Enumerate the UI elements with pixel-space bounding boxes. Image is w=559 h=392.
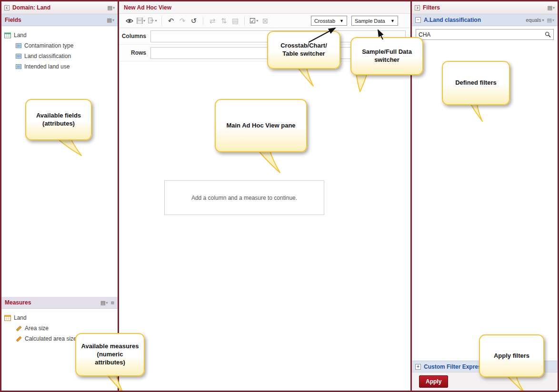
collapse-filter-icon[interactable]: − [415, 17, 421, 23]
domain-menu-icon[interactable]: ▤▾ [108, 5, 115, 11]
measures-menu-icon[interactable]: ▤▾ [100, 300, 108, 306]
fields-title: Fields [5, 17, 104, 23]
fields-header: Fields ▤▾ [1, 14, 118, 26]
redo-icon[interactable]: ↷ [177, 15, 188, 27]
fields-root-item[interactable]: Land [4, 30, 115, 40]
rows-label: Rows [119, 49, 150, 56]
domain-header: Domain: Land ▤▾ [1, 1, 118, 14]
field-label: Contamination type [24, 42, 73, 49]
sort-icon[interactable]: ⇅ [218, 15, 230, 27]
toolbar-separator [161, 17, 162, 25]
filter-section-header: − A.Land classification equals ▾ ▤▾ [412, 14, 558, 26]
adhoc-editor-window: Domain: Land ▤▾ Fields ▤▾ Land [0, 0, 559, 392]
toolbar-separator [244, 17, 245, 25]
filter-operator-select[interactable]: equals ▾ [526, 17, 544, 23]
callout-crosstab-switcher: Crosstab/Chart/ Table switcher [267, 31, 340, 69]
chevron-down-icon: ▼ [339, 19, 344, 23]
measures-header: Measures ▤▾ ≡ [1, 297, 118, 309]
field-item[interactable]: Intended land use [4, 61, 115, 72]
field-label: Land classification [24, 53, 71, 59]
undo-icon[interactable]: ↶ [165, 15, 177, 27]
undo-all-icon[interactable]: ↺ [188, 15, 200, 27]
filter-operator-value: equals [526, 17, 541, 23]
apply-button[interactable]: Apply [419, 375, 448, 388]
measure-label: Calculated area size [25, 335, 77, 342]
switch-group-icon[interactable]: ⇄ [207, 15, 218, 27]
expand-icon[interactable]: + [415, 364, 421, 370]
filters-title: Filters [423, 4, 545, 11]
filter-field-title: A.Land classification [424, 17, 523, 23]
filter-search-input[interactable] [419, 31, 545, 38]
data-mode-selector[interactable]: Sample Data ▼ [351, 16, 398, 26]
measure-label: Area size [25, 325, 49, 332]
callout-main-pane: Main Ad Hoc View pane [215, 99, 307, 152]
measures-table-icon [4, 315, 11, 321]
table-icon [4, 32, 11, 39]
data-mode-selector-value: Sample Data [355, 18, 385, 24]
callout-apply-filters: Apply filters [479, 334, 544, 377]
visibility-icon[interactable] [124, 15, 135, 27]
callout-available-measures: Available measures (numeric attributes) [75, 333, 145, 376]
column-icon [16, 64, 21, 69]
toolbar-separator [203, 17, 203, 25]
export-icon[interactable]: ▾ [147, 15, 158, 27]
measures-title: Measures [5, 299, 98, 306]
callout-available-fields: Available fields (attributes) [25, 99, 92, 140]
measures-list-icon[interactable]: ≡ [110, 299, 114, 306]
visualization-selector[interactable]: Crosstab ▼ [311, 16, 347, 26]
callout-data-switcher: Sample/Full Data switcher [350, 37, 423, 75]
filters-panel: Filters ▤▾ − A.Land classification equal… [412, 1, 558, 391]
chevron-down-icon: ▾ [542, 18, 544, 22]
filter-menu-icon[interactable]: ▤▾ [547, 17, 554, 23]
field-item[interactable]: Contamination type [4, 40, 115, 51]
collapse-panel-icon[interactable] [4, 5, 10, 10]
filters-header: Filters ▤▾ [412, 1, 558, 14]
cancel-query-icon[interactable]: ⊠ [260, 15, 271, 27]
save-icon[interactable]: ▾ [135, 15, 147, 27]
visualization-selector-value: Crosstab [314, 18, 335, 24]
collapse-panel-icon[interactable] [415, 5, 420, 10]
column-icon [16, 53, 21, 59]
chart-options-icon[interactable]: ☑▾ [248, 15, 260, 27]
field-label: Intended land use [24, 63, 70, 70]
view-title: New Ad Hoc View [119, 1, 410, 14]
search-icon[interactable] [545, 31, 551, 38]
left-panel: Domain: Land ▤▾ Fields ▤▾ Land [1, 1, 118, 391]
measures-root-item[interactable]: Land [4, 313, 115, 323]
field-item[interactable]: Land classification [4, 51, 115, 61]
fields-tree: Land Contamination type Land classificat… [1, 26, 118, 297]
filter-search-row [412, 26, 558, 43]
fields-root-label: Land [14, 32, 27, 39]
canvas-placeholder: Add a column and a measure to continue. [164, 180, 324, 215]
domain-title: Domain: Land [12, 4, 105, 11]
toolbar: ▾ ▾ ↶ ↷ ↺ ⇄ ⇅ ▤ ☑▾ ⊠ [119, 14, 410, 28]
column-icon [16, 43, 21, 49]
filters-menu-icon[interactable]: ▤▾ [548, 5, 555, 11]
measure-item[interactable]: Area size [4, 323, 115, 333]
measure-icon [16, 325, 22, 332]
measure-icon [16, 336, 22, 342]
columns-label: Columns [119, 33, 150, 39]
filter-search-box [416, 29, 554, 40]
page-options-icon[interactable]: ▤ [230, 15, 241, 27]
callout-defined-filters: Defined filters [442, 61, 510, 105]
fields-menu-icon[interactable]: ▤▾ [107, 17, 114, 23]
chevron-down-icon: ▼ [390, 19, 395, 23]
measures-root-label: Land [14, 314, 27, 321]
